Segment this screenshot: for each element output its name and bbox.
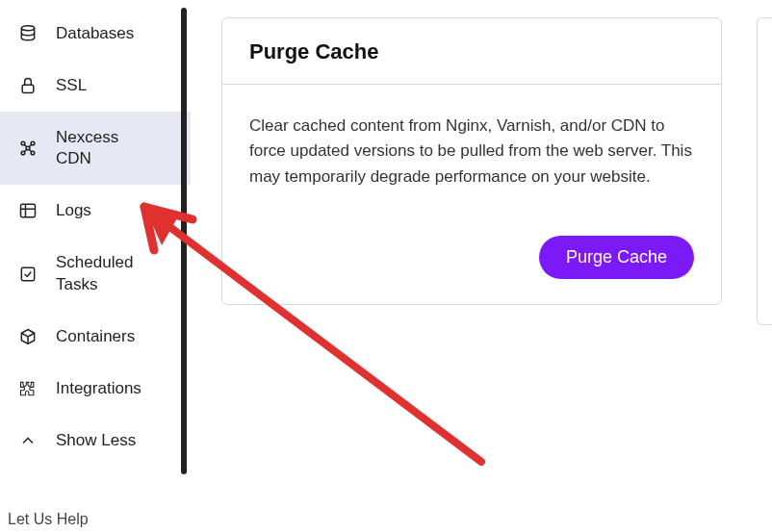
card-body: Clear cached content from Nginx, Varnish… (222, 85, 721, 304)
sidebar-item-containers[interactable]: Containers (0, 311, 191, 363)
sidebar-item-label: Nexcess CDN (56, 127, 152, 169)
sidebar-item-label: Containers (56, 326, 135, 347)
sidebar-item-label: Logs (56, 200, 91, 221)
sidebar-item-databases[interactable]: Databases (0, 8, 191, 60)
sidebar-item-label: SSL (56, 75, 87, 96)
sidebar-item-show-less[interactable]: Show Less (0, 415, 191, 467)
sidebar-item-scheduled-tasks[interactable]: Scheduled Tasks (0, 237, 191, 310)
svg-rect-1 (22, 85, 34, 92)
sidebar-item-integrations[interactable]: Integrations (0, 363, 191, 415)
svg-rect-7 (21, 205, 36, 217)
puzzle-icon (17, 378, 39, 399)
package-icon (17, 326, 39, 347)
card-header: Purge Cache (222, 18, 721, 85)
sidebar-item-nexcess-cdn[interactable]: Nexcess CDN (0, 112, 191, 185)
checkbox-icon (17, 264, 39, 285)
sidebar-item-label: Scheduled Tasks (56, 252, 152, 294)
sidebar: Databases SSL Nexcess CDN Logs Scheduled (0, 0, 191, 532)
database-icon (17, 23, 39, 44)
sidebar-item-label: Integrations (56, 378, 142, 399)
purge-cache-button[interactable]: Purge Cache (539, 236, 694, 279)
chevron-up-icon (17, 430, 39, 451)
sidebar-item-ssl[interactable]: SSL (0, 60, 191, 112)
cdn-icon (17, 138, 39, 159)
lock-icon (17, 75, 39, 96)
sidebar-item-label: Databases (56, 23, 134, 44)
sidebar-footer-label: Let Us Help (8, 511, 89, 527)
adjacent-card-edge (757, 17, 772, 325)
card-title: Purge Cache (249, 39, 694, 64)
card-description: Clear cached content from Nginx, Varnish… (249, 114, 694, 190)
card-actions: Purge Cache (249, 236, 694, 279)
main-content: Purge Cache Clear cached content from Ng… (191, 0, 772, 532)
svg-rect-8 (21, 267, 34, 280)
sidebar-footer-link[interactable]: Let Us Help (8, 507, 89, 532)
svg-point-0 (21, 26, 34, 31)
purge-cache-card: Purge Cache Clear cached content from Ng… (221, 17, 722, 305)
sidebar-item-label: Show Less (56, 430, 136, 451)
sidebar-scrollbar[interactable] (181, 8, 187, 474)
table-icon (17, 200, 39, 221)
sidebar-item-logs[interactable]: Logs (0, 185, 191, 237)
